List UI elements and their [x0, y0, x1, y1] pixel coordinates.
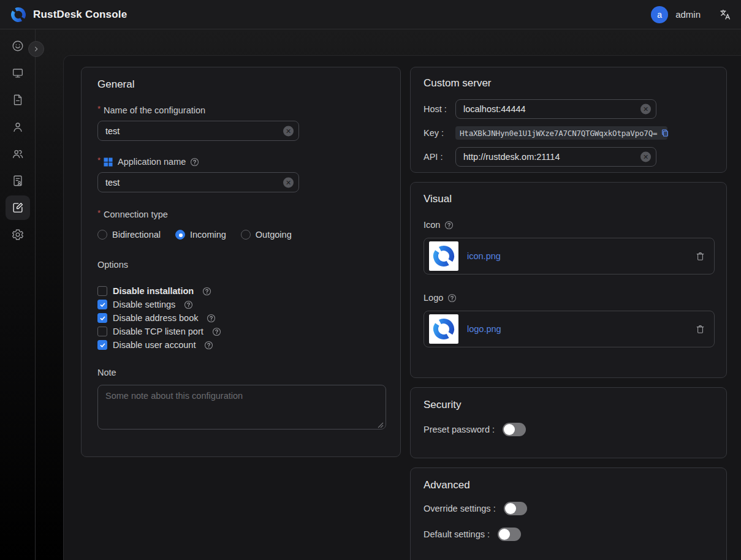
option-disable-user-account[interactable]: Disable user account [97, 338, 384, 352]
radio-icon [241, 230, 251, 240]
sidebar-item-sessions[interactable] [6, 88, 30, 112]
note-textarea[interactable] [97, 385, 386, 429]
required-asterisk: * [97, 154, 101, 167]
override-settings-toggle[interactable] [504, 502, 527, 515]
option-disable-settings[interactable]: Disable settings [97, 298, 384, 311]
visual-card: Visual Icon icon.png Logo [410, 182, 727, 378]
help-icon[interactable] [202, 287, 211, 296]
audit-log-icon [11, 174, 25, 187]
clear-icon[interactable]: ✕ [640, 104, 651, 115]
radio-outgoing[interactable]: Outgoing [241, 230, 292, 240]
options-label: Options [97, 259, 384, 271]
app-name-input[interactable] [97, 172, 299, 192]
app-title: RustDesk Console [33, 9, 127, 21]
option-disable-tcp-listen-port[interactable]: Disable TCP listen port [97, 325, 384, 338]
checkbox-checked-icon [97, 313, 107, 323]
sidebar-item-dashboard[interactable] [6, 34, 30, 58]
settings-icon [11, 228, 25, 241]
help-icon[interactable] [207, 314, 216, 323]
icon-file-row: icon.png [424, 238, 715, 274]
checkbox-icon [97, 327, 107, 336]
logo-label-row: Logo [424, 293, 713, 303]
api-row: API : ✕ [424, 147, 713, 167]
option-disable-installation[interactable]: Disable installation [97, 284, 384, 298]
radio-incoming[interactable]: Incoming [175, 230, 226, 240]
edit-icon [11, 201, 25, 214]
note-label: Note [97, 366, 384, 379]
host-input[interactable] [455, 99, 656, 119]
sidebar-item-users[interactable] [6, 115, 30, 139]
copy-icon[interactable] [661, 129, 669, 137]
api-input[interactable] [455, 147, 656, 167]
clear-icon[interactable]: ✕ [640, 152, 651, 162]
option-disable-address-book[interactable]: Disable address book [97, 311, 384, 325]
visual-title: Visual [424, 193, 713, 205]
avatar[interactable]: a [651, 6, 668, 23]
config-name-input[interactable] [97, 121, 299, 141]
sidebar-item-audit[interactable] [6, 168, 30, 193]
app-header: RustDesk Console a admin [0, 0, 741, 29]
help-icon[interactable] [190, 157, 199, 167]
translate-icon[interactable] [719, 9, 731, 21]
key-label: Key : [424, 128, 455, 138]
override-settings-label: Override settings : [424, 504, 496, 513]
preset-password-label: Preset password : [424, 425, 495, 434]
sidebar [0, 29, 36, 560]
toggle-knob [499, 529, 510, 540]
rustdesk-logo-icon [431, 244, 456, 268]
icon-label: Icon [424, 220, 440, 230]
security-title: Security [424, 399, 713, 411]
custom-server-card: Custom server Host : ✕ Key : HtaXBkJNHyn… [410, 67, 727, 173]
advanced-card: Advanced Override settings : Default set… [410, 467, 727, 560]
help-icon[interactable] [204, 341, 213, 350]
content-panel: General * Name of the configuration ✕ * … [63, 55, 741, 560]
sidebar-item-settings[interactable] [6, 222, 30, 247]
config-name-label: * Name of the configuration [97, 104, 384, 116]
users-icon [11, 147, 25, 161]
override-settings-row: Override settings : [424, 502, 713, 515]
icon-file-link[interactable]: icon.png [467, 251, 501, 261]
sidebar-item-groups[interactable] [6, 142, 30, 166]
rustdesk-logo-icon [10, 6, 27, 23]
general-title: General [97, 78, 384, 91]
help-icon[interactable] [444, 221, 454, 230]
host-label: Host : [424, 104, 455, 114]
windows-icon [104, 157, 113, 167]
avatar-initial: a [657, 10, 662, 20]
header-user-area: a admin [651, 6, 731, 23]
checkbox-checked-icon [97, 340, 107, 350]
options-list: Disable installation Disable settings Di… [97, 284, 384, 352]
default-settings-toggle[interactable] [498, 528, 521, 541]
help-icon[interactable] [212, 327, 221, 336]
app-name-field: ✕ [97, 172, 299, 192]
connection-type-group: Bidirectional Incoming Outgoing [97, 230, 384, 240]
api-label: API : [424, 152, 455, 162]
trash-icon[interactable] [695, 251, 705, 262]
document-icon [11, 93, 25, 107]
trash-icon[interactable] [695, 324, 705, 335]
face-icon [11, 39, 25, 53]
radio-checked-icon [175, 230, 185, 240]
checkbox-checked-icon [97, 300, 107, 309]
preset-password-row: Preset password : [424, 423, 713, 436]
username[interactable]: admin [675, 9, 701, 20]
sidebar-item-configurations[interactable] [6, 195, 30, 220]
sidebar-item-devices[interactable] [6, 61, 30, 85]
preset-password-toggle[interactable] [503, 423, 526, 436]
custom-server-title: Custom server [424, 77, 713, 89]
sidebar-expand-button[interactable] [28, 41, 44, 57]
logo-file-link[interactable]: logo.png [467, 324, 501, 334]
clear-icon[interactable]: ✕ [283, 126, 294, 136]
icon-preview [429, 241, 458, 271]
chevron-right-icon [32, 45, 40, 53]
help-icon[interactable] [447, 293, 457, 303]
toggle-knob [505, 503, 516, 514]
note-field [97, 385, 386, 432]
radio-bidirectional[interactable]: Bidirectional [97, 230, 161, 240]
logo-label: Logo [424, 293, 443, 303]
clear-icon[interactable]: ✕ [283, 177, 294, 187]
required-asterisk: * [97, 103, 101, 115]
rustdesk-logo-icon [431, 317, 456, 341]
help-icon[interactable] [184, 300, 193, 309]
monitor-icon [11, 66, 25, 80]
